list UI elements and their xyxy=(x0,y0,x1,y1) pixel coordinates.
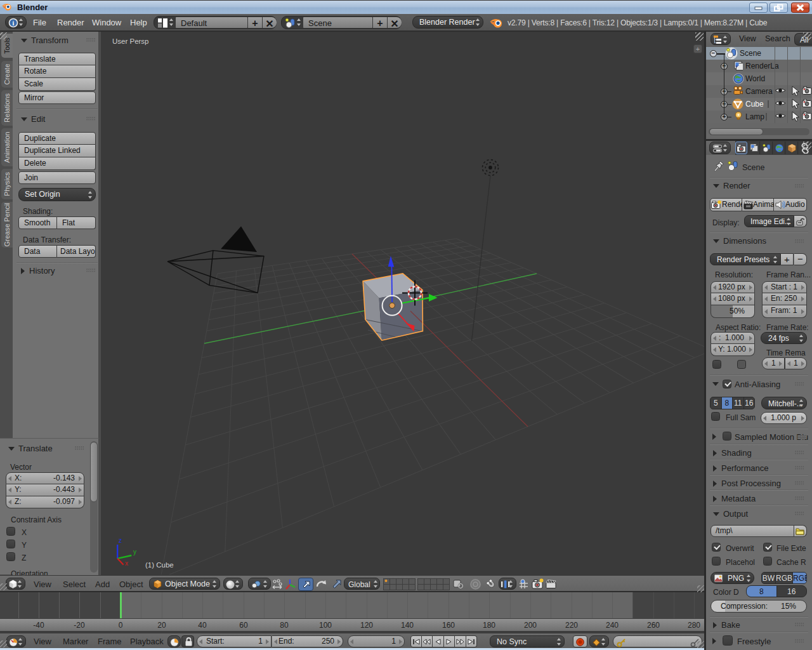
svg-text:z: z xyxy=(119,537,122,544)
svg-text:x: x xyxy=(125,560,128,567)
svg-text:y: y xyxy=(133,548,136,555)
svg-text:i: i xyxy=(13,20,15,27)
